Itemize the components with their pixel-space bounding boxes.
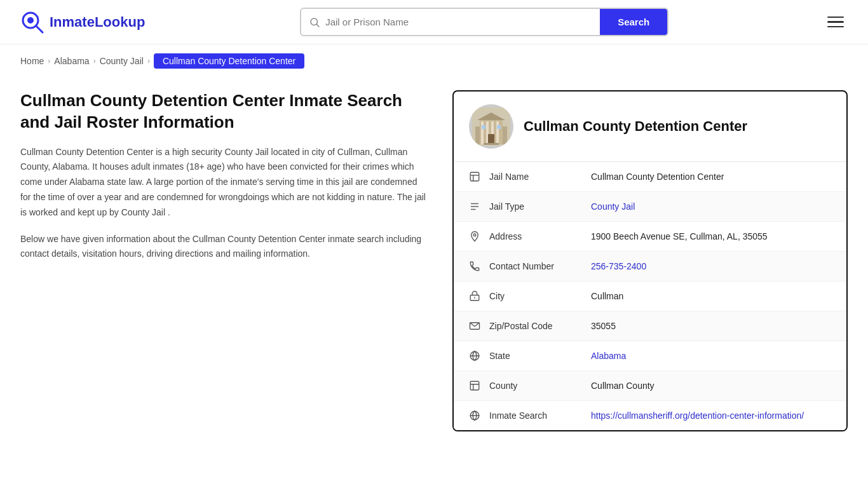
phone-link[interactable]: 256-735-2400 [591, 261, 646, 271]
value-contact: 256-735-2400 [591, 261, 831, 271]
table-row: Address 1900 Beech Avenue SE, Cullman, A… [454, 222, 846, 252]
hamburger-line-1 [827, 17, 844, 18]
svg-rect-11 [496, 121, 499, 144]
breadcrumb-county-jail[interactable]: County Jail [100, 56, 144, 66]
table-row: Jail Type County Jail [454, 192, 846, 222]
page-title: Cullman County Detention Center Inmate S… [20, 90, 427, 133]
value-city: Cullman [591, 291, 831, 301]
mail-icon [469, 320, 489, 332]
breadcrumb-arrow-2: › [93, 57, 96, 65]
value-state: Alabama [591, 351, 831, 361]
right-column: Cullman County Detention Center Jail Nam… [452, 90, 848, 431]
main-content: Cullman County Detention Center Inmate S… [0, 78, 868, 457]
menu-button[interactable] [824, 13, 848, 32]
breadcrumb-arrow-3: › [147, 57, 150, 65]
search-icon [309, 17, 320, 28]
table-row: Inmate Search https://cullmansheriff.org… [454, 401, 846, 430]
label-city: City [489, 291, 591, 301]
facility-thumbnail [469, 104, 513, 149]
svg-rect-29 [470, 381, 479, 390]
list-icon [469, 201, 489, 212]
label-state: State [489, 351, 591, 361]
table-row: Zip/Postal Code 35055 [454, 311, 846, 341]
info-card: Cullman County Detention Center Jail Nam… [452, 90, 848, 431]
label-zip: Zip/Postal Code [489, 321, 591, 331]
value-zip: 35055 [591, 321, 831, 331]
svg-point-23 [473, 234, 476, 236]
value-inmate-search: https://cullmansheriff.org/detention-cen… [591, 410, 831, 421]
jail-type-link[interactable]: County Jail [591, 201, 635, 212]
svg-rect-13 [488, 134, 494, 144]
table-row: Jail Name Cullman County Detention Cente… [454, 162, 846, 192]
label-address: Address [489, 231, 591, 241]
card-header: Cullman County Detention Center [454, 92, 846, 162]
hamburger-line-2 [827, 21, 844, 23]
table-row: County Cullman County [454, 371, 846, 401]
table-row: City Cullman [454, 281, 846, 311]
table-row: State Alabama [454, 341, 846, 371]
location-icon [469, 231, 489, 242]
search-button[interactable]: Search [600, 9, 667, 35]
svg-point-1 [27, 17, 34, 24]
value-address: 1900 Beech Avenue SE, Cullman, AL, 35055 [591, 231, 831, 241]
card-facility-name: Cullman County Detention Center [524, 118, 747, 135]
logo-icon [20, 10, 44, 34]
page-desc-2: Below we have given information about th… [20, 232, 427, 262]
search-input[interactable] [325, 10, 592, 34]
state-link[interactable]: Alabama [591, 351, 626, 361]
label-jail-name: Jail Name [489, 172, 591, 182]
county-icon [469, 380, 489, 391]
svg-rect-17 [470, 172, 479, 181]
value-jail-type: County Jail [591, 201, 831, 212]
phone-icon [469, 261, 489, 272]
inmate-search-link[interactable]: https://cullmansheriff.org/detention-cen… [591, 410, 804, 421]
value-jail-name: Cullman County Detention Center [591, 172, 831, 182]
globe-icon [469, 410, 489, 421]
breadcrumb-current: Cullman County Detention Center [154, 53, 304, 69]
svg-point-3 [311, 18, 318, 25]
facility-image [472, 107, 510, 146]
svg-rect-8 [481, 121, 484, 144]
breadcrumb-home[interactable]: Home [20, 56, 44, 66]
city-icon [469, 290, 489, 302]
logo-link[interactable]: InmateLookup [20, 10, 145, 34]
breadcrumb-alabama[interactable]: Alabama [54, 56, 89, 66]
svg-rect-16 [484, 143, 499, 145]
logo-text: InmateLookup [50, 14, 145, 30]
breadcrumb-arrow-1: › [48, 57, 50, 65]
jail-icon [469, 171, 489, 182]
svg-line-2 [36, 26, 43, 32]
search-bar: Search [300, 8, 668, 36]
svg-rect-14 [482, 125, 485, 129]
state-icon [469, 350, 489, 362]
label-inmate-search: Inmate Search [489, 410, 591, 421]
value-county: Cullman County [591, 381, 831, 391]
svg-line-4 [317, 24, 320, 27]
site-header: InmateLookup Search [0, 0, 868, 44]
label-county: County [489, 381, 591, 391]
left-column: Cullman County Detention Center Inmate S… [20, 90, 427, 273]
label-contact: Contact Number [489, 261, 591, 271]
page-desc-1: Cullman County Detention Center is a hig… [20, 145, 427, 220]
svg-rect-15 [497, 125, 501, 129]
table-row: Contact Number 256-735-2400 [454, 252, 846, 281]
hamburger-line-3 [827, 26, 844, 28]
breadcrumb: Home › Alabama › County Jail › Cullman C… [0, 44, 868, 78]
label-jail-type: Jail Type [489, 201, 591, 212]
